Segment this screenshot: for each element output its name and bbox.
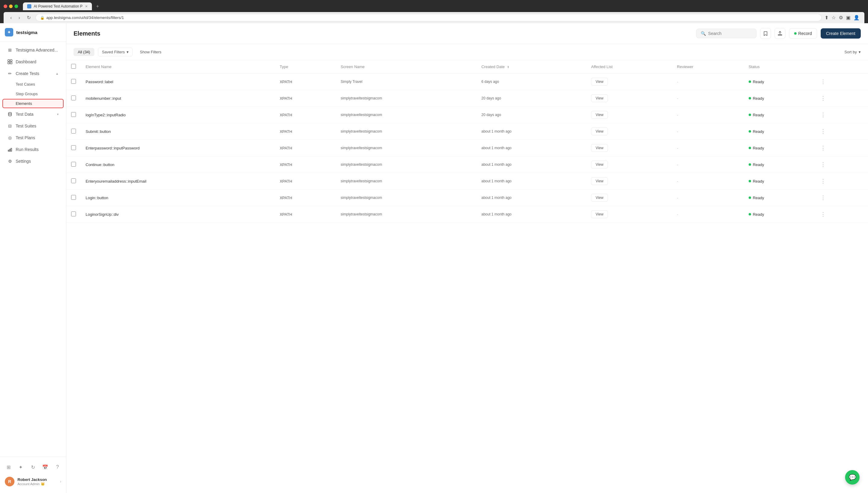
help-bottom-icon[interactable]: ? (53, 463, 62, 471)
view-button[interactable]: View (591, 127, 608, 135)
row-checkbox-cell[interactable] (66, 206, 81, 223)
forward-button[interactable]: › (17, 15, 22, 21)
calendar-bottom-icon[interactable]: 📅 (41, 463, 49, 471)
user-profile[interactable]: R Robert Jackson Account Admin 👑 › (2, 474, 64, 489)
affected-list-cell[interactable]: View (586, 90, 672, 107)
close-traffic-light[interactable] (4, 4, 7, 8)
row-menu-cell[interactable]: ⋮ (813, 73, 868, 90)
search-input[interactable] (708, 31, 744, 36)
view-button[interactable]: View (591, 194, 608, 201)
affected-list-cell[interactable]: View (586, 107, 672, 123)
row-checkbox-cell[interactable] (66, 190, 81, 206)
record-button[interactable]: Record (789, 28, 817, 39)
view-button[interactable]: View (591, 144, 608, 152)
affected-list-cell[interactable]: View (586, 156, 672, 173)
bookmark-button[interactable] (760, 28, 771, 39)
export-button[interactable] (775, 28, 785, 39)
select-all-header[interactable] (66, 60, 81, 73)
share-icon[interactable]: ⬆ (825, 15, 828, 21)
sidebar-item-apps[interactable]: ⊞ Testsigma Advanced... (2, 44, 64, 56)
maximize-traffic-light[interactable] (15, 4, 18, 8)
row-menu-button[interactable]: ⋮ (818, 144, 828, 152)
view-button[interactable]: View (591, 210, 608, 218)
affected-list-cell[interactable]: View (586, 190, 672, 206)
sidebar-item-test-plans[interactable]: ◎ Test Plans (2, 132, 64, 144)
created-date-header[interactable]: Created Date ⬆ (477, 60, 586, 73)
affected-list-cell[interactable]: View (586, 140, 672, 156)
profile-icon[interactable]: 👤 (853, 15, 860, 21)
row-menu-cell[interactable]: ⋮ (813, 123, 868, 140)
chat-bubble[interactable]: 💬 (845, 470, 860, 485)
row-menu-button[interactable]: ⋮ (818, 160, 828, 169)
row-menu-cell[interactable]: ⋮ (813, 206, 868, 223)
refresh-bottom-icon[interactable]: ↻ (29, 463, 37, 471)
row-checkbox[interactable] (71, 178, 76, 183)
row-checkbox-cell[interactable] (66, 140, 81, 156)
affected-list-cell[interactable]: View (586, 123, 672, 140)
create-element-button[interactable]: Create Element (821, 28, 861, 39)
view-button[interactable]: View (591, 111, 608, 119)
row-checkbox[interactable] (71, 212, 76, 216)
row-checkbox-cell[interactable] (66, 156, 81, 173)
refresh-button[interactable]: ↻ (25, 14, 32, 21)
grid-bottom-icon[interactable]: ⊞ (4, 463, 13, 471)
row-menu-button[interactable]: ⋮ (818, 127, 828, 135)
row-menu-button[interactable]: ⋮ (818, 210, 828, 218)
row-menu-button[interactable]: ⋮ (818, 177, 828, 185)
row-menu-cell[interactable]: ⋮ (813, 190, 868, 206)
row-menu-cell[interactable]: ⋮ (813, 173, 868, 190)
search-box[interactable]: 🔍 (696, 29, 757, 38)
sort-by-button[interactable]: Sort by ▾ (845, 50, 861, 54)
row-checkbox-cell[interactable] (66, 173, 81, 190)
row-checkbox[interactable] (71, 112, 76, 117)
view-button[interactable]: View (591, 177, 608, 185)
row-menu-button[interactable]: ⋮ (818, 94, 828, 103)
sidebar-item-create-tests[interactable]: ✏ Create Tests ▲ (2, 68, 64, 79)
row-menu-cell[interactable]: ⋮ (813, 90, 868, 107)
row-checkbox[interactable] (71, 162, 76, 167)
affected-list-cell[interactable]: View (586, 206, 672, 223)
row-checkbox[interactable] (71, 145, 76, 150)
sidebar-item-test-cases[interactable]: Test Cases (2, 80, 64, 89)
sidebar-item-test-data[interactable]: Test Data ▾ (2, 108, 64, 120)
row-menu-button[interactable]: ⋮ (818, 111, 828, 119)
view-button[interactable]: View (591, 94, 608, 102)
sidebar-item-run-results[interactable]: Run Results (2, 144, 64, 155)
extensions-icon[interactable]: ⚙ (839, 15, 843, 21)
row-menu-cell[interactable]: ⋮ (813, 140, 868, 156)
sidebar-item-elements[interactable]: Elements (2, 99, 64, 108)
url-input[interactable]: 🔒 app.testsigma.com/ui/td/34/elements/fi… (36, 14, 822, 21)
row-checkbox-cell[interactable] (66, 107, 81, 123)
saved-filters-button[interactable]: Saved Filters ▾ (98, 48, 133, 56)
tab-close-button[interactable]: ✕ (85, 4, 88, 8)
affected-list-cell[interactable]: View (586, 173, 672, 190)
row-checkbox[interactable] (71, 79, 76, 84)
active-tab[interactable]: AI Powered Test Automation P ✕ (23, 2, 92, 10)
show-filters-button[interactable]: Show Filters (136, 48, 165, 56)
row-menu-button[interactable]: ⋮ (818, 78, 828, 86)
bookmark-icon[interactable]: ☆ (831, 15, 836, 21)
all-filter-tab[interactable]: All (34) (73, 48, 94, 56)
view-button[interactable]: View (591, 78, 608, 86)
sidebar-toggle-icon[interactable]: ▣ (846, 15, 850, 21)
row-menu-cell[interactable]: ⋮ (813, 156, 868, 173)
row-checkbox-cell[interactable] (66, 73, 81, 90)
row-menu-cell[interactable]: ⋮ (813, 107, 868, 123)
sidebar-item-step-groups[interactable]: Step Groups (2, 89, 64, 99)
sidebar-item-settings[interactable]: ⚙ Settings (2, 155, 64, 167)
row-checkbox[interactable] (71, 95, 76, 100)
sidebar-item-dashboard[interactable]: Dashboard (2, 56, 64, 67)
row-menu-button[interactable]: ⋮ (818, 193, 828, 202)
star-bottom-icon[interactable]: ✦ (17, 463, 25, 471)
row-checkbox-cell[interactable] (66, 123, 81, 140)
row-checkbox-cell[interactable] (66, 90, 81, 107)
back-button[interactable]: ‹ (8, 15, 14, 21)
new-tab-button[interactable]: + (94, 4, 101, 9)
row-checkbox[interactable] (71, 129, 76, 133)
minimize-traffic-light[interactable] (9, 4, 13, 8)
row-checkbox[interactable] (71, 195, 76, 200)
affected-list-cell[interactable]: View (586, 73, 672, 90)
view-button[interactable]: View (591, 160, 608, 168)
select-all-checkbox[interactable] (71, 64, 76, 69)
sidebar-item-test-suites[interactable]: ⊟ Test Suites (2, 120, 64, 132)
